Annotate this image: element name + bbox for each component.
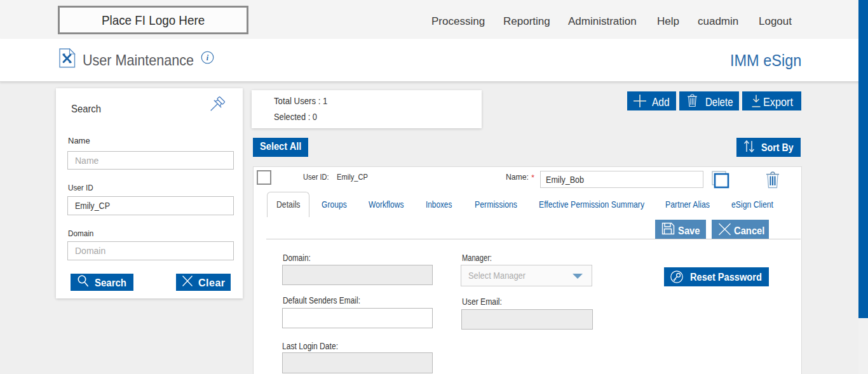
svg-text:i: i — [207, 53, 209, 62]
